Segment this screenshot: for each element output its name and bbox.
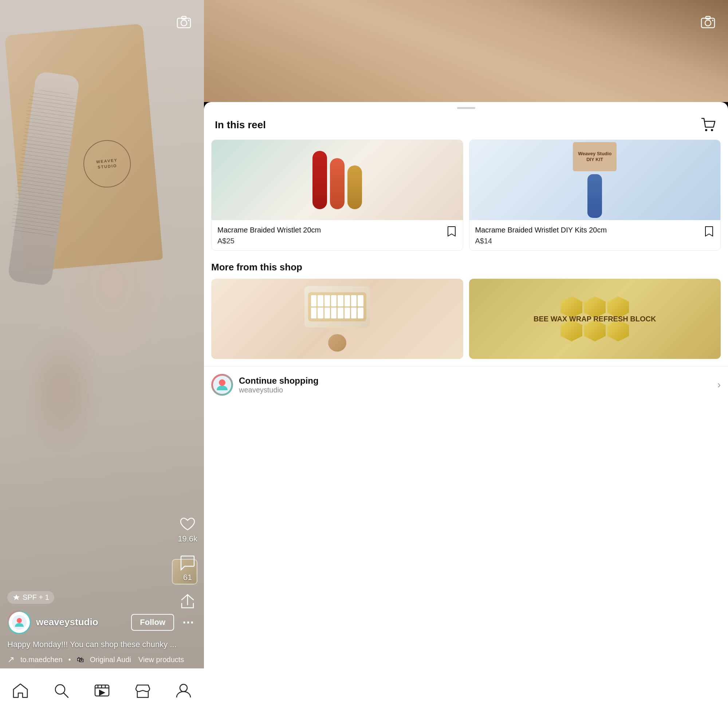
keyboard-shape (308, 292, 366, 321)
svg-point-1 (181, 20, 187, 26)
reel-meta: ↗ to.maedchen • 🛍 Original Audi View pro… (7, 654, 197, 665)
nav-shop[interactable] (128, 676, 157, 705)
cart-icon[interactable] (700, 116, 717, 134)
sheet-header: In this reel (204, 109, 728, 139)
user-row: weaveystudio Follow ⋯ (7, 610, 197, 634)
nav-search[interactable] (47, 676, 76, 705)
meta-music[interactable]: Original Audi (90, 656, 131, 664)
continue-label: Continue shopping (239, 376, 712, 386)
shop-card-1[interactable] (211, 279, 463, 359)
svg-rect-13 (706, 16, 710, 19)
brand-circle: WEAVEYSTUDIO (81, 138, 133, 190)
shop-image-1 (211, 279, 463, 359)
bottom-nav (0, 668, 204, 712)
product-image-1 (212, 140, 463, 220)
svg-point-12 (705, 20, 711, 26)
product-info-2: Macrame Braided Wristlet DIY Kits 20cm A… (469, 220, 721, 250)
music-icon: 🛍 (77, 656, 84, 664)
product-price-2: A$14 (475, 237, 704, 245)
svg-rect-2 (182, 16, 186, 19)
continue-shopping-row[interactable]: Continue shopping weaveystudio › (204, 366, 728, 403)
nav-reels[interactable] (87, 676, 117, 705)
like-button[interactable]: 19.6k (178, 515, 197, 544)
wristlet-coral (330, 158, 345, 209)
svg-point-15 (705, 129, 707, 131)
heart-icon[interactable] (179, 515, 196, 533)
nav-home[interactable] (6, 676, 35, 705)
svg-point-14 (712, 20, 713, 21)
svg-point-3 (188, 20, 189, 21)
comment-count: 61 (183, 573, 192, 582)
wristlet-red (312, 151, 327, 209)
product-card-1[interactable]: Macrame Braided Wristlet 20cm A$25 (211, 139, 463, 251)
redirect-arrow: ↗ (7, 654, 15, 665)
shop-grid: BEE WAX WRAP REFRESH BLOCK (204, 279, 728, 366)
like-count: 19.6k (178, 534, 197, 544)
avatar[interactable] (7, 610, 31, 634)
chevron-right-icon: › (718, 379, 721, 391)
comment-button[interactable]: 61 (179, 554, 196, 582)
left-panel: WEAVEYSTUDIO 19.6k (0, 0, 204, 712)
product-name-1: Macrame Braided Wristlet 20cm (218, 225, 446, 235)
nav-profile[interactable] (169, 676, 198, 705)
svg-point-6 (55, 685, 65, 694)
product-image-2: Weavey StudioDIY KIT (469, 140, 721, 220)
products-grid: Macrame Braided Wristlet 20cm A$25 W (204, 139, 728, 258)
svg-point-18 (219, 379, 225, 386)
reel-bottom-info: SPF + 1 weaveystudio Follow ⋯ Happy Mond… (0, 591, 204, 665)
svg-point-5 (17, 618, 22, 623)
right-camera-icon[interactable] (699, 13, 717, 31)
more-section-header: More from this shop (204, 258, 728, 279)
product-details-1: Macrame Braided Wristlet 20cm A$25 (218, 225, 446, 245)
spf-text: SPF + 1 (22, 593, 49, 602)
wristlet-gold (348, 165, 362, 209)
meta-source[interactable]: to.maedchen (21, 656, 63, 664)
view-products-link[interactable]: View products (138, 656, 184, 664)
caption-text: Happy Monday!!! You can shop these chunk… (7, 640, 197, 649)
product-info-1: Macrame Braided Wristlet 20cm A$25 (212, 220, 463, 250)
wristlet-group (305, 144, 369, 217)
product-details-2: Macrame Braided Wristlet DIY Kits 20cm A… (475, 225, 704, 245)
svg-point-16 (711, 129, 713, 131)
bookmark-icon-1[interactable] (446, 226, 457, 237)
shop-card-2[interactable]: BEE WAX WRAP REFRESH BLOCK (469, 279, 721, 359)
bottom-sheet: In this reel (204, 102, 728, 712)
svg-point-10 (180, 684, 187, 691)
follow-button[interactable]: Follow (131, 614, 174, 631)
diy-kit-box: Weavey StudioDIY KIT (573, 142, 617, 171)
honeycomb-overlay-text: BEE WAX WRAP REFRESH BLOCK (534, 314, 656, 323)
shop-image-2: BEE WAX WRAP REFRESH BLOCK (469, 279, 721, 359)
continue-shop-name: weaveystudio (239, 386, 712, 394)
continue-text-block: Continue shopping weaveystudio (239, 376, 712, 394)
svg-marker-9 (99, 690, 105, 695)
avatar-inner (9, 612, 30, 633)
right-panel: In this reel (204, 0, 728, 712)
bookmark-icon-2[interactable] (704, 226, 715, 237)
product-card-2[interactable]: Weavey StudioDIY KIT Macrame Braided Wri… (469, 139, 721, 251)
username-label[interactable]: weaveystudio (36, 617, 126, 628)
shop-avatar (211, 374, 233, 396)
product-name-2: Macrame Braided Wristlet DIY Kits 20cm (475, 225, 704, 235)
more-options-button[interactable]: ⋯ (179, 616, 197, 629)
product-price-1: A$25 (218, 237, 446, 245)
right-video-area (204, 0, 728, 102)
fingers-background (204, 0, 728, 102)
comment-icon[interactable] (179, 554, 196, 571)
spf-badge[interactable]: SPF + 1 (7, 591, 54, 604)
camera-icon[interactable] (175, 13, 193, 31)
meta-separator: • (68, 656, 71, 664)
sheet-title: In this reel (215, 119, 266, 131)
diy-strap (587, 174, 602, 218)
svg-line-7 (64, 693, 68, 697)
diy-kit-content: Weavey StudioDIY KIT (567, 140, 622, 220)
